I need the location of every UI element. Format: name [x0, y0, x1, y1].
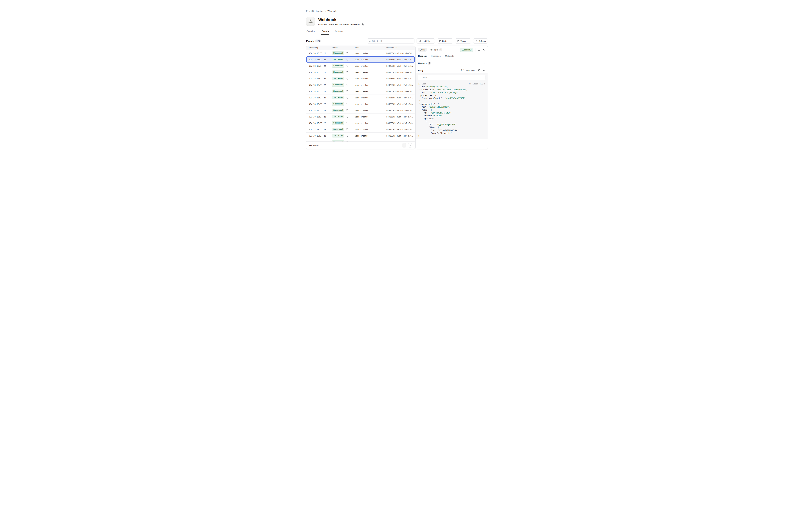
- tab-metadata[interactable]: Metadata: [445, 55, 454, 59]
- headers-section-toggle[interactable]: Headers 3: [416, 59, 488, 67]
- row-message-id: b4925365-b8cf-42b7-a76…: [386, 84, 413, 86]
- row-message-id: b4925365-b8cf-42b7-a76…: [386, 59, 413, 61]
- structured-view-toggle[interactable]: { } Structured: [461, 69, 475, 72]
- json-viewer: {1 item ↑Collapse all ↑"id": "P2NoRtyZoT…: [416, 80, 488, 138]
- events-count-badge: 472: [315, 40, 321, 42]
- table-row[interactable]: NOV 18 10:17:22 Successful user.created …: [306, 133, 415, 139]
- filter-by-id-input[interactable]: [372, 40, 413, 42]
- attempts-label: Attempts: [430, 49, 438, 51]
- row-status-badge: Successful: [332, 134, 344, 137]
- row-retry-icon[interactable]: [346, 109, 348, 111]
- headers-section-label: Headers: [418, 62, 427, 64]
- time-range-button[interactable]: Last 24h: [417, 38, 435, 43]
- table-row[interactable]: NOV 18 10:17:22 Successful user.created …: [306, 63, 415, 69]
- events-heading: Events 472: [306, 40, 321, 42]
- row-topic: user.created: [355, 109, 368, 112]
- events-table-card: Timestamp Status Topic Message ID NOV 18…: [306, 45, 415, 149]
- row-retry-icon[interactable]: [346, 116, 348, 118]
- next-page-button[interactable]: [408, 143, 412, 148]
- row-retry-icon[interactable]: [346, 90, 348, 92]
- row-status-badge: Successful: [332, 64, 344, 68]
- chevron-down-icon: [483, 62, 485, 64]
- row-timestamp: NOV 18 10:17:22: [309, 52, 326, 54]
- row-retry-icon[interactable]: [346, 128, 348, 131]
- row-timestamp: NOV 18 10:17:22: [309, 109, 326, 112]
- collapse-all-button[interactable]: Collapse all ↑: [469, 82, 485, 85]
- row-status-badge: Successful: [332, 128, 344, 131]
- table-header-row: Timestamp Status Topic Message ID: [306, 46, 415, 50]
- row-retry-icon[interactable]: [346, 77, 348, 80]
- braces-icon: { }: [461, 69, 465, 72]
- row-message-id: b4925365-b8cf-42b7-a76…: [386, 90, 413, 93]
- row-retry-icon[interactable]: [346, 71, 348, 73]
- page-tabs: Overview Events Settings: [306, 30, 488, 35]
- table-row[interactable]: NOV 18 10:17:22 Successful user.created …: [306, 107, 415, 114]
- status-filter-button[interactable]: Status: [437, 38, 453, 43]
- copy-url-button[interactable]: [362, 23, 364, 26]
- topics-filter-button[interactable]: Topics: [455, 38, 471, 43]
- page-title: Webhook: [318, 17, 364, 22]
- row-message-id: b4925365-b8cf-42b7-a76…: [386, 116, 413, 118]
- table-row[interactable]: NOV 18 10:17:22 Successful user.created …: [306, 139, 415, 141]
- row-retry-icon[interactable]: [346, 58, 348, 61]
- row-topic: user.created: [355, 71, 368, 74]
- row-retry-icon[interactable]: [346, 52, 348, 54]
- row-topic: user.created: [355, 59, 368, 61]
- attempts-tab[interactable]: Attempts 3: [430, 49, 442, 51]
- row-retry-icon[interactable]: [346, 65, 348, 67]
- row-timestamp: NOV 18 10:17:22: [309, 103, 326, 105]
- row-message-id: b4925365-b8cf-42b7-a76…: [386, 122, 413, 124]
- row-retry-icon[interactable]: [346, 96, 348, 99]
- table-row[interactable]: NOV 18 10:17:22 Successful user.created …: [306, 50, 415, 56]
- row-message-id: b4925365-b8cf-42b7-a76…: [386, 109, 413, 112]
- row-topic: user.created: [355, 84, 368, 86]
- table-row[interactable]: NOV 18 10:17:22 Successful user.created …: [306, 101, 415, 107]
- table-row[interactable]: NOV 18 10:17:22 Successful user.created …: [306, 120, 415, 126]
- tab-overview[interactable]: Overview: [306, 30, 316, 35]
- table-footer: 472 events: [306, 141, 415, 149]
- row-topic: user.created: [355, 52, 368, 54]
- table-row[interactable]: NOV 18 10:17:22 Successful user.created …: [306, 126, 415, 133]
- breadcrumb-parent-link[interactable]: Event Destinations: [306, 10, 324, 12]
- previous-page-button[interactable]: [402, 143, 407, 148]
- row-topic: user.created: [355, 78, 368, 80]
- row-topic: user.created: [355, 65, 368, 67]
- close-panel-icon[interactable]: [483, 49, 485, 51]
- event-tab-chip[interactable]: Event: [418, 48, 427, 52]
- detail-tabs: Request Response Metadata: [416, 53, 488, 59]
- refresh-button[interactable]: Refresh: [473, 38, 488, 43]
- row-status-badge: Successful: [332, 115, 344, 118]
- tab-response[interactable]: Response: [431, 55, 441, 59]
- retry-event-icon[interactable]: [477, 48, 480, 51]
- table-row[interactable]: NOV 18 10:17:22 Successful user.created …: [306, 69, 415, 75]
- column-header-timestamp: Timestamp: [306, 47, 332, 49]
- tab-events[interactable]: Events: [321, 30, 329, 35]
- search-icon: [368, 40, 371, 42]
- tab-request[interactable]: Request: [418, 55, 427, 59]
- row-retry-icon[interactable]: [346, 84, 348, 86]
- row-retry-icon[interactable]: [346, 103, 348, 105]
- body-filter-box: [418, 75, 486, 80]
- events-heading-label: Events: [306, 40, 314, 42]
- table-row[interactable]: NOV 18 10:17:22 Successful user.created …: [306, 75, 415, 82]
- table-row[interactable]: NOV 18 10:17:22 Successful user.created …: [306, 88, 415, 94]
- copy-body-icon[interactable]: [478, 69, 481, 72]
- body-json-area: {1 item ↑Collapse all ↑"id": "P2NoRtyZoT…: [416, 74, 488, 139]
- row-status-badge: Successful: [332, 83, 344, 87]
- row-status-badge: Successful: [332, 77, 344, 80]
- event-status-badge: Successful: [460, 48, 473, 52]
- table-row[interactable]: NOV 18 10:17:22 Successful user.created …: [306, 94, 415, 101]
- table-row[interactable]: NOV 18 10:17:22 Successful user.created …: [306, 56, 415, 63]
- table-row[interactable]: NOV 18 10:17:22 Successful user.created …: [306, 82, 415, 88]
- collapse-body-chevron-up-icon[interactable]: [483, 69, 485, 72]
- event-detail-panel: Event Attempts 3 Successful: [415, 45, 488, 149]
- row-retry-icon[interactable]: [346, 122, 348, 124]
- body-filter-input[interactable]: [423, 76, 484, 79]
- table-row[interactable]: NOV 18 10:17:22 Successful user.created …: [306, 114, 415, 120]
- row-retry-icon[interactable]: [346, 135, 348, 137]
- footer-event-count: 472: [309, 144, 313, 147]
- row-timestamp: NOV 18 10:17:22: [309, 97, 326, 99]
- tab-settings[interactable]: Settings: [335, 30, 343, 35]
- row-message-id: b4925365-b8cf-42b7-a76…: [386, 78, 413, 80]
- filter-lines-icon: [439, 40, 441, 42]
